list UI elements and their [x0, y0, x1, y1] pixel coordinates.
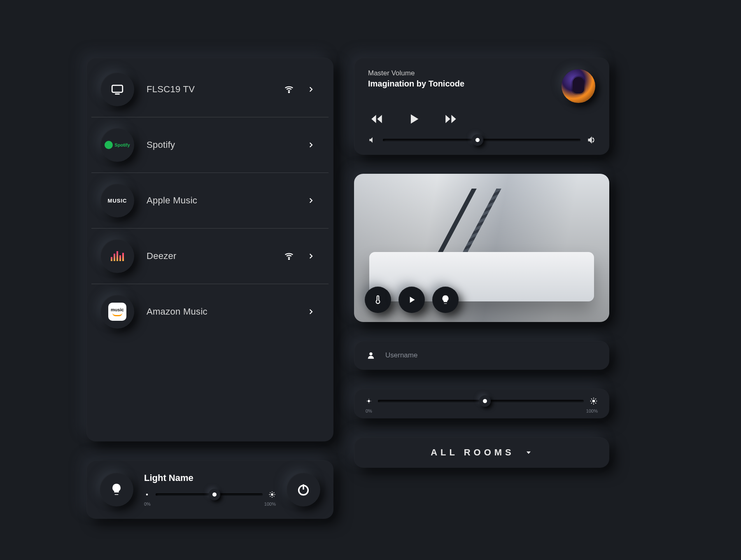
rewind-button[interactable] — [370, 112, 384, 126]
source-item-deezer[interactable]: Deezer — [91, 229, 329, 284]
chevron-right-icon — [307, 197, 315, 204]
slider-min-label: 0% — [144, 502, 151, 506]
amazon-music-icon: music — [100, 295, 134, 329]
source-list: FLSC19 TV Spotify Spotify — [86, 58, 333, 441]
thermometer-button[interactable] — [365, 287, 391, 313]
svg-rect-0 — [112, 85, 123, 92]
wifi-icon — [283, 250, 295, 262]
light-title: Light Name — [144, 473, 276, 483]
source-item-spotify[interactable]: Spotify Spotify — [91, 117, 329, 173]
light-card: Light Name 0% 100% — [86, 460, 333, 519]
rooms-label: ALL ROOMS — [431, 447, 515, 458]
username-input[interactable]: Username — [354, 341, 609, 370]
slider-thumb[interactable] — [209, 489, 220, 500]
svg-point-3 — [146, 494, 148, 496]
svg-point-6 — [369, 352, 372, 355]
brightness-high-icon — [268, 491, 276, 498]
wifi-icon — [283, 84, 295, 95]
bulb-icon — [100, 473, 133, 506]
player-card: Master Volume Imagination by Tonicode — [354, 58, 609, 155]
slider-min-label: 0% — [366, 408, 372, 413]
brightness-low-icon — [366, 398, 372, 404]
apple-music-icon: MUSIC — [100, 184, 134, 217]
chevron-right-icon — [307, 308, 315, 315]
forward-button[interactable] — [444, 112, 458, 126]
source-item-apple-music[interactable]: MUSIC Apple Music — [91, 173, 329, 229]
tv-icon — [100, 72, 134, 106]
slider-thumb[interactable] — [472, 134, 483, 146]
deezer-icon — [100, 239, 134, 273]
player-title: Imagination by Tonicode — [368, 79, 464, 89]
brightness-high-icon — [590, 397, 598, 405]
source-label: FLSC19 TV — [147, 84, 271, 95]
svg-point-7 — [368, 400, 370, 402]
brightness-card: 0% 100% — [354, 389, 609, 418]
spotify-icon: Spotify — [100, 128, 134, 162]
svg-point-2 — [289, 259, 289, 259]
chevron-right-icon — [307, 86, 315, 93]
camera-light-button[interactable] — [432, 287, 459, 313]
username-placeholder: Username — [385, 351, 417, 359]
light-slider[interactable] — [156, 493, 263, 496]
chevron-right-icon — [307, 252, 315, 260]
volume-low-icon — [368, 136, 376, 144]
source-label: Amazon Music — [147, 306, 295, 317]
camera-feed[interactable] — [354, 174, 609, 322]
brightness-slider[interactable] — [378, 400, 584, 402]
slider-thumb[interactable] — [479, 395, 491, 407]
svg-point-4 — [271, 493, 273, 496]
volume-slider[interactable] — [383, 139, 580, 141]
chevron-right-icon — [307, 141, 315, 149]
svg-point-1 — [289, 92, 289, 93]
camera-play-button[interactable] — [398, 287, 425, 313]
source-label: Deezer — [147, 251, 271, 261]
player-subtitle: Master Volume — [368, 69, 464, 77]
slider-max-label: 100% — [264, 502, 276, 506]
source-item-amazon-music[interactable]: music Amazon Music — [91, 284, 329, 339]
source-item-tv[interactable]: FLSC19 TV — [91, 62, 329, 117]
rooms-dropdown[interactable]: ALL ROOMS — [354, 437, 609, 468]
svg-point-8 — [592, 400, 595, 403]
user-icon — [366, 351, 375, 360]
play-button[interactable] — [407, 112, 421, 126]
album-art[interactable] — [562, 69, 595, 103]
source-label: Apple Music — [147, 195, 295, 206]
power-button[interactable] — [287, 473, 320, 506]
caret-down-icon — [524, 448, 533, 457]
brightness-low-icon — [144, 492, 150, 497]
source-label: Spotify — [147, 140, 295, 150]
volume-high-icon — [587, 136, 595, 144]
slider-max-label: 100% — [586, 408, 598, 413]
